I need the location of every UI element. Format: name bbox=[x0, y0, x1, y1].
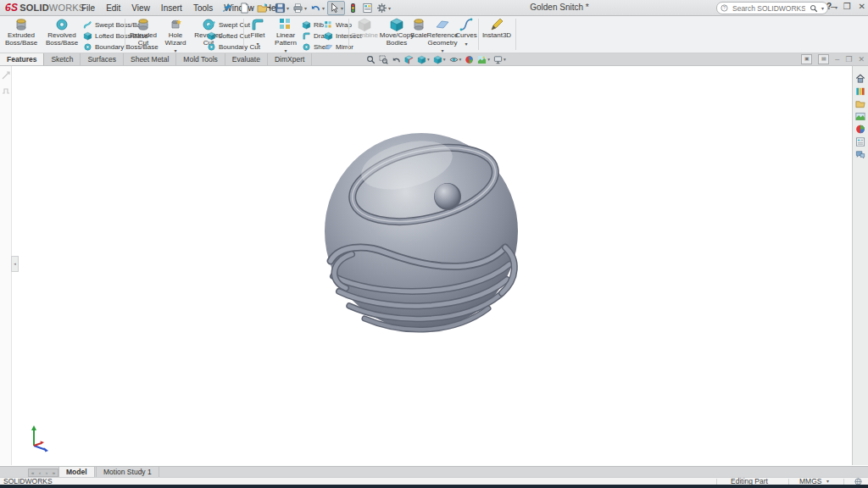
menu-insert[interactable]: Insert bbox=[161, 3, 182, 13]
tab-sheet-metal[interactable]: Sheet Metal bbox=[124, 53, 176, 65]
previous-view-icon[interactable] bbox=[392, 55, 401, 64]
file-properties-button[interactable] bbox=[361, 2, 374, 14]
curves-button[interactable]: Curves ▾ bbox=[454, 17, 478, 47]
doc-restore-button[interactable]: ❐ bbox=[845, 55, 852, 64]
open-button[interactable]: ▾ bbox=[256, 2, 272, 14]
solidworks-resources-icon[interactable] bbox=[854, 73, 866, 84]
new-window-icon[interactable]: ▣ bbox=[801, 54, 812, 64]
flyout-arrow-icon[interactable]: ▾ bbox=[251, 5, 253, 11]
pin-menu-icon[interactable] bbox=[222, 3, 232, 13]
rebuild-button[interactable] bbox=[347, 2, 359, 14]
command-manager-ribbon: Extruded Boss/Base Revolved Boss/Base Sw… bbox=[0, 16, 868, 53]
flyout-arrow-icon[interactable]: ▾ bbox=[256, 41, 259, 47]
file-explorer-icon[interactable] bbox=[854, 98, 866, 109]
heads-up-view-toolbar: ▾ ▾ ▾ ▾ ▾ bbox=[366, 53, 506, 65]
flyout-arrow-icon[interactable]: ▾ bbox=[388, 5, 391, 11]
view-orientation-icon[interactable]: ▾ bbox=[417, 55, 430, 64]
display-style-icon[interactable]: ▾ bbox=[433, 55, 446, 64]
first-tab-arrow[interactable]: « bbox=[31, 469, 34, 476]
tile-window-icon[interactable]: ▤ bbox=[818, 54, 829, 64]
next-tab-arrow[interactable]: › bbox=[46, 469, 47, 476]
menu-file[interactable]: File bbox=[81, 3, 95, 13]
options-button[interactable]: ▾ bbox=[376, 2, 392, 14]
tab-evaluate[interactable]: Evaluate bbox=[225, 53, 268, 65]
tab-features[interactable]: Features bbox=[0, 53, 44, 65]
menu-view[interactable]: View bbox=[131, 3, 150, 13]
apply-scene-icon[interactable]: ▾ bbox=[477, 55, 490, 64]
ribbon-separator bbox=[348, 19, 349, 50]
instant3d-button[interactable]: Instant3D bbox=[480, 17, 514, 40]
flyout-arrow-icon[interactable]: ▾ bbox=[269, 5, 271, 11]
dassault-logo-icon: ϐS bbox=[5, 2, 18, 14]
svg-text:?: ? bbox=[723, 5, 726, 10]
mirror-button[interactable]: Mirror bbox=[324, 42, 362, 52]
flyout-arrow-icon[interactable]: ▾ bbox=[459, 57, 462, 62]
flyout-arrow-icon[interactable]: ▾ bbox=[341, 5, 343, 11]
hole-wizard-button[interactable]: Hole Wizard ▾ bbox=[161, 17, 190, 53]
flyout-arrow-icon[interactable]: ▾ bbox=[322, 5, 325, 11]
undo-button[interactable]: ▾ bbox=[309, 2, 326, 14]
select-button[interactable]: ▾ bbox=[327, 1, 345, 15]
print-button[interactable]: ▾ bbox=[292, 2, 308, 14]
flyout-arrow-icon[interactable]: ▾ bbox=[304, 5, 307, 11]
flyout-arrow-icon[interactable]: ▾ bbox=[287, 5, 289, 11]
edit-appearance-icon[interactable] bbox=[465, 55, 474, 64]
tab-surfaces[interactable]: Surfaces bbox=[81, 53, 124, 65]
extruded-boss-base-button[interactable]: Extruded Boss/Base bbox=[2, 17, 41, 47]
flyout-arrow-icon[interactable]: ▾ bbox=[174, 47, 176, 53]
flyout-arrow-icon[interactable]: ▾ bbox=[443, 57, 446, 62]
minimize-button[interactable]: – bbox=[831, 2, 836, 12]
solidworks-forum-icon[interactable] bbox=[854, 149, 866, 160]
flyout-arrow-icon[interactable]: ▾ bbox=[284, 47, 287, 53]
zoom-to-fit-icon[interactable] bbox=[366, 55, 376, 64]
view-settings-icon[interactable]: ▾ bbox=[493, 55, 506, 64]
taskbar-edge bbox=[0, 485, 868, 488]
linear-pattern-button[interactable]: Linear Pattern ▾ bbox=[271, 17, 300, 53]
menu-tools[interactable]: Tools bbox=[193, 3, 213, 13]
combine-button: Combine bbox=[350, 17, 379, 40]
command-tabs: Features Sketch Surfaces Sheet Metal Mol… bbox=[0, 53, 312, 65]
flyout-arrow-icon[interactable]: ▾ bbox=[465, 41, 467, 47]
zoom-to-area-icon[interactable] bbox=[379, 55, 388, 64]
ribbon-separator bbox=[478, 19, 479, 50]
save-button[interactable]: ▾ bbox=[274, 2, 290, 14]
flyout-arrow-icon[interactable]: ▾ bbox=[441, 47, 443, 53]
hide-show-items-icon[interactable]: ▾ bbox=[449, 55, 462, 64]
tab-model[interactable]: Model bbox=[58, 467, 95, 477]
menu-edit[interactable]: Edit bbox=[106, 3, 120, 13]
custom-properties-icon[interactable] bbox=[854, 136, 866, 147]
search-icon[interactable] bbox=[810, 4, 818, 13]
appearances-scenes-icon[interactable] bbox=[854, 124, 866, 135]
tab-motion-study-1[interactable]: Motion Study 1 bbox=[96, 467, 159, 477]
window-controls: – ❐ ✕ bbox=[831, 2, 865, 12]
tab-dimxpert[interactable]: DimXpert bbox=[268, 53, 312, 65]
fillet-button[interactable]: Fillet ▾ bbox=[245, 17, 270, 47]
snitch-body[interactable] bbox=[325, 132, 518, 330]
restore-button[interactable]: ❐ bbox=[843, 2, 851, 12]
flyout-arrow-icon[interactable]: ▾ bbox=[504, 57, 506, 62]
doc-close-button[interactable]: ✕ bbox=[858, 55, 865, 64]
graphics-area[interactable]: ◂ bbox=[0, 66, 868, 465]
design-library-icon[interactable] bbox=[854, 86, 866, 97]
tab-mold-tools[interactable]: Mold Tools bbox=[176, 53, 225, 65]
view-palette-icon[interactable] bbox=[854, 111, 866, 122]
flyout-arrow-icon[interactable]: ▾ bbox=[427, 57, 430, 62]
feature-manager-collapse-arrow[interactable]: ◂ bbox=[11, 256, 19, 272]
close-button[interactable]: ✕ bbox=[859, 2, 865, 12]
revolved-boss-base-button[interactable]: Revolved Boss/Base bbox=[42, 17, 81, 47]
search-input[interactable] bbox=[731, 3, 807, 14]
prev-tab-arrow[interactable]: ‹ bbox=[39, 469, 41, 476]
doc-minimize-button[interactable]: – bbox=[835, 55, 839, 64]
model-golden-snitch[interactable] bbox=[305, 119, 542, 474]
extruded-cut-button[interactable]: Extruded Cut bbox=[127, 17, 159, 47]
search-scope-arrow[interactable]: ▾ bbox=[821, 5, 824, 11]
ribbon-separator bbox=[125, 19, 125, 50]
last-tab-arrow[interactable]: » bbox=[53, 469, 55, 476]
section-view-icon[interactable] bbox=[404, 55, 414, 64]
study-tab-nav-arrows[interactable]: « ‹ › » bbox=[28, 469, 58, 477]
search-box[interactable]: ? ▾ bbox=[716, 2, 828, 14]
flyout-arrow-icon[interactable]: ▾ bbox=[487, 57, 490, 62]
document-title: Golden Snitch * bbox=[475, 3, 644, 12]
new-document-button[interactable]: ▾ bbox=[238, 2, 254, 14]
tab-sketch[interactable]: Sketch bbox=[44, 53, 81, 65]
